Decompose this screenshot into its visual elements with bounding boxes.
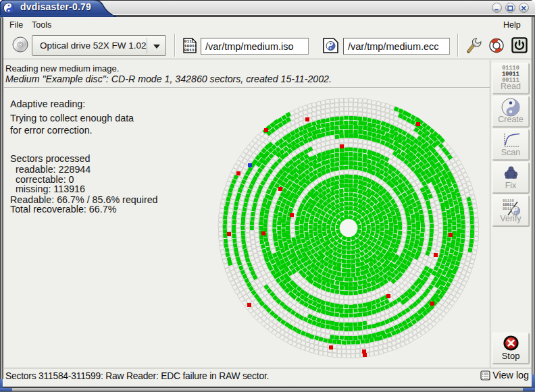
svg-text:00111: 00111	[184, 48, 197, 53]
